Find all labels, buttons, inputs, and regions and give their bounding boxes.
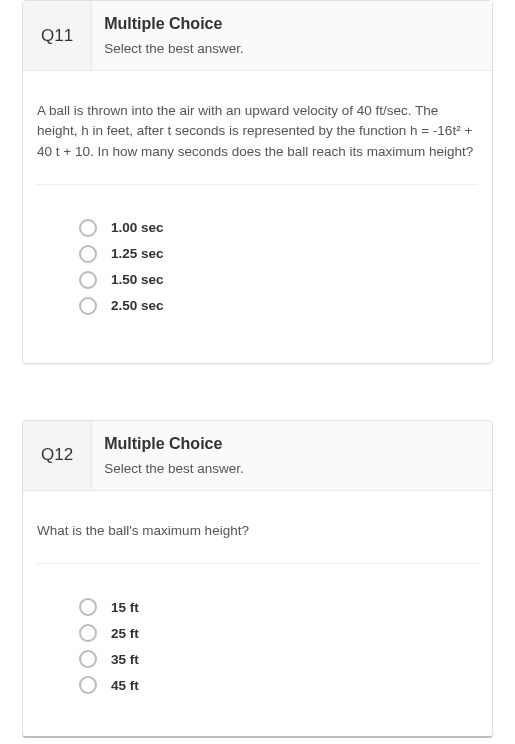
- option-row[interactable]: 1.50 sec: [79, 271, 478, 289]
- radio-icon[interactable]: [79, 271, 97, 289]
- option-row[interactable]: 35 ft: [79, 650, 478, 668]
- question-number: Q12: [23, 421, 92, 490]
- option-label: 45 ft: [111, 678, 139, 693]
- option-row[interactable]: 15 ft: [79, 598, 478, 616]
- option-row[interactable]: 45 ft: [79, 676, 478, 694]
- option-label: 15 ft: [111, 600, 139, 615]
- radio-icon[interactable]: [79, 297, 97, 315]
- question-instruction: Select the best answer.: [104, 461, 476, 476]
- question-body: What is the ball's maximum height? 15 ft…: [23, 491, 492, 736]
- radio-icon[interactable]: [79, 598, 97, 616]
- option-label: 1.50 sec: [111, 272, 164, 287]
- question-header: Q12 Multiple Choice Select the best answ…: [23, 421, 492, 491]
- radio-icon[interactable]: [79, 676, 97, 694]
- divider: [37, 563, 478, 564]
- question-card-11: Q11 Multiple Choice Select the best answ…: [22, 0, 493, 364]
- radio-icon[interactable]: [79, 245, 97, 263]
- options-list: 15 ft 25 ft 35 ft 45 ft: [37, 598, 478, 694]
- question-body: A ball is thrown into the air with an up…: [23, 71, 492, 363]
- question-header-text: Multiple Choice Select the best answer.: [92, 421, 492, 490]
- question-prompt: What is the ball's maximum height?: [37, 521, 478, 541]
- radio-icon[interactable]: [79, 624, 97, 642]
- question-number: Q11: [23, 1, 92, 70]
- options-list: 1.00 sec 1.25 sec 1.50 sec 2.50 sec: [37, 219, 478, 315]
- question-header: Q11 Multiple Choice Select the best answ…: [23, 1, 492, 71]
- option-row[interactable]: 2.50 sec: [79, 297, 478, 315]
- option-label: 35 ft: [111, 652, 139, 667]
- option-label: 2.50 sec: [111, 298, 164, 313]
- question-instruction: Select the best answer.: [104, 41, 476, 56]
- radio-icon[interactable]: [79, 650, 97, 668]
- option-label: 25 ft: [111, 626, 139, 641]
- option-row[interactable]: 1.25 sec: [79, 245, 478, 263]
- question-type-label: Multiple Choice: [104, 15, 476, 33]
- option-row[interactable]: 1.00 sec: [79, 219, 478, 237]
- option-row[interactable]: 25 ft: [79, 624, 478, 642]
- radio-icon[interactable]: [79, 219, 97, 237]
- divider: [37, 184, 478, 185]
- question-type-label: Multiple Choice: [104, 435, 476, 453]
- question-card-12: Q12 Multiple Choice Select the best answ…: [22, 420, 493, 738]
- option-label: 1.25 sec: [111, 246, 164, 261]
- question-prompt: A ball is thrown into the air with an up…: [37, 101, 478, 162]
- option-label: 1.00 sec: [111, 220, 164, 235]
- question-header-text: Multiple Choice Select the best answer.: [92, 1, 492, 70]
